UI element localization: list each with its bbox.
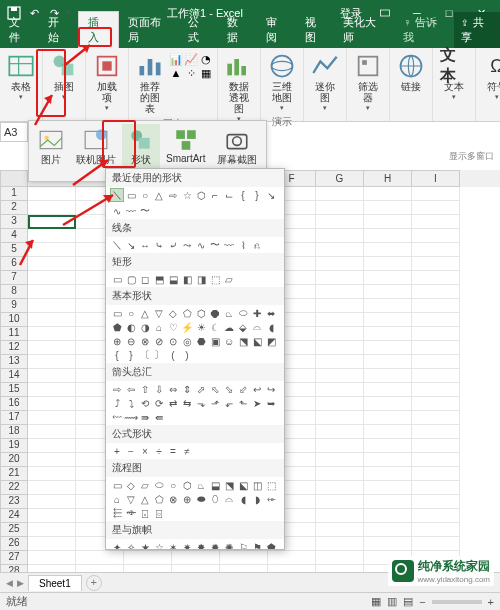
cell[interactable] — [412, 425, 460, 439]
cell[interactable] — [28, 271, 76, 285]
cell[interactable] — [316, 271, 364, 285]
row-header[interactable]: 26 — [0, 537, 28, 551]
pictures-button[interactable]: 图片 — [32, 124, 70, 178]
cell[interactable] — [364, 537, 412, 551]
shape-line[interactable]: ＼ — [110, 188, 124, 202]
shape-scribble[interactable]: 〜 — [138, 204, 152, 218]
cell[interactable] — [28, 341, 76, 355]
cell[interactable] — [316, 439, 364, 453]
tab-share[interactable]: ⇪ 共享 — [454, 12, 499, 48]
cell[interactable] — [412, 495, 460, 509]
sparklines-button[interactable]: 迷你图▾ — [308, 50, 342, 114]
tab-beautify[interactable]: 美化大师 — [334, 12, 394, 48]
zoom-in-button[interactable]: + — [488, 596, 494, 608]
cell[interactable] — [364, 439, 412, 453]
cell[interactable] — [28, 425, 76, 439]
cell[interactable] — [268, 551, 316, 565]
chart-area-icon[interactable]: ▲ — [169, 66, 183, 80]
cell[interactable] — [28, 285, 76, 299]
cell[interactable] — [412, 271, 460, 285]
cell[interactable] — [124, 551, 172, 565]
cell[interactable] — [28, 453, 76, 467]
row-header[interactable]: 10 — [0, 313, 28, 327]
cell[interactable] — [28, 243, 76, 257]
tab-home[interactable]: 开始 — [39, 12, 78, 48]
shape-star[interactable]: ☆ — [180, 188, 194, 202]
sheet-nav-next[interactable]: ▶ — [17, 578, 24, 588]
row-header[interactable]: 6 — [0, 257, 28, 271]
row-header[interactable]: 8 — [0, 285, 28, 299]
shape-brace-l[interactable]: { — [236, 188, 250, 202]
cell[interactable] — [316, 187, 364, 201]
row-header[interactable]: 22 — [0, 481, 28, 495]
cell[interactable] — [316, 229, 364, 243]
cell[interactable] — [412, 439, 460, 453]
cell[interactable] — [172, 551, 220, 565]
cell[interactable] — [316, 369, 364, 383]
row-header[interactable]: 25 — [0, 523, 28, 537]
view-pagelayout-icon[interactable]: ▥ — [387, 595, 397, 608]
cell[interactable] — [412, 397, 460, 411]
row-header[interactable]: 12 — [0, 341, 28, 355]
cell[interactable] — [412, 327, 460, 341]
cell[interactable] — [28, 257, 76, 271]
cell[interactable] — [412, 299, 460, 313]
cell[interactable] — [28, 215, 76, 229]
cell[interactable] — [28, 355, 76, 369]
show-multi-window[interactable]: 显示多窗口 — [449, 150, 494, 163]
row-header[interactable]: 20 — [0, 453, 28, 467]
shape-arrow-r[interactable]: ⇨ — [166, 188, 180, 202]
row-header[interactable]: 13 — [0, 355, 28, 369]
cell[interactable] — [316, 397, 364, 411]
cell[interactable] — [364, 397, 412, 411]
cell[interactable] — [28, 439, 76, 453]
shape-triangle[interactable]: △ — [152, 188, 166, 202]
recommended-charts-button[interactable]: 推荐的图表 — [133, 50, 167, 116]
cell[interactable] — [364, 495, 412, 509]
cell[interactable] — [364, 243, 412, 257]
cell[interactable] — [28, 467, 76, 481]
cell[interactable] — [28, 397, 76, 411]
tab-data[interactable]: 数据 — [218, 12, 257, 48]
tab-review[interactable]: 审阅 — [257, 12, 296, 48]
cell[interactable] — [412, 187, 460, 201]
chart-bar-icon[interactable]: 📊 — [169, 52, 183, 66]
cell[interactable] — [412, 257, 460, 271]
tables-button[interactable]: 表格▾ — [4, 50, 38, 103]
cell[interactable] — [316, 243, 364, 257]
cell[interactable] — [412, 229, 460, 243]
cell[interactable] — [364, 271, 412, 285]
row-header[interactable]: 9 — [0, 299, 28, 313]
row-header[interactable]: 4 — [0, 229, 28, 243]
cell[interactable] — [364, 369, 412, 383]
cell[interactable] — [316, 313, 364, 327]
cell[interactable] — [316, 481, 364, 495]
col-header[interactable]: I — [412, 170, 460, 187]
cell[interactable] — [316, 425, 364, 439]
tab-formulas[interactable]: 公式 — [179, 12, 218, 48]
row-header[interactable]: 18 — [0, 425, 28, 439]
tab-tellme[interactable]: ♀ 告诉我 — [394, 12, 454, 48]
cell[interactable] — [316, 551, 364, 565]
chart-surface-icon[interactable]: ▦ — [199, 66, 213, 80]
cell[interactable] — [28, 411, 76, 425]
row-header[interactable]: 3 — [0, 215, 28, 229]
shape-curve1[interactable]: ∿ — [110, 204, 124, 218]
shape-hex[interactable]: ⬡ — [194, 188, 208, 202]
cell[interactable] — [364, 187, 412, 201]
cell[interactable] — [316, 201, 364, 215]
row-header[interactable]: 23 — [0, 495, 28, 509]
row-header[interactable]: 15 — [0, 383, 28, 397]
cell[interactable] — [316, 523, 364, 537]
cell[interactable] — [412, 383, 460, 397]
cell[interactable] — [28, 495, 76, 509]
cell[interactable] — [364, 467, 412, 481]
row-header[interactable]: 7 — [0, 271, 28, 285]
cell[interactable] — [316, 453, 364, 467]
cell[interactable] — [316, 467, 364, 481]
cell[interactable] — [220, 551, 268, 565]
cell[interactable] — [28, 313, 76, 327]
row-header[interactable]: 27 — [0, 551, 28, 565]
row-header[interactable]: 19 — [0, 439, 28, 453]
cell[interactable] — [364, 411, 412, 425]
